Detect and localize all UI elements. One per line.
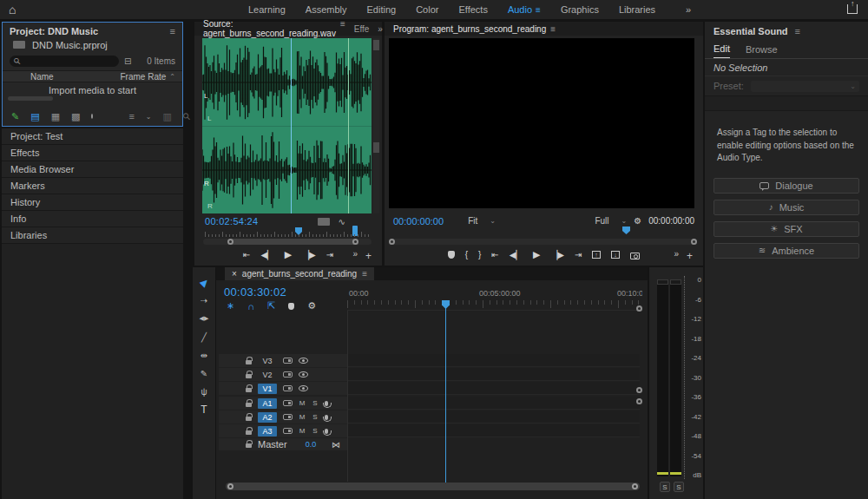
- program-ruler-playhead-marker[interactable]: [622, 227, 630, 234]
- nest-toggle-icon[interactable]: ∗: [227, 300, 234, 312]
- source-panel-menu-icon[interactable]: ≡: [340, 19, 345, 38]
- panel-tab-project-test[interactable]: Project: Test: [2, 128, 183, 145]
- track-lane-v3[interactable]: [348, 354, 640, 367]
- source-tabs-overflow-icon[interactable]: »: [378, 24, 383, 34]
- go-to-out-icon[interactable]: ⇥: [575, 250, 582, 259]
- sync-lock-icon[interactable]: [283, 385, 293, 391]
- project-writable-icon[interactable]: ✎: [11, 111, 19, 122]
- source-button-editor-icon[interactable]: +: [365, 250, 372, 262]
- sync-lock-icon[interactable]: [283, 400, 293, 406]
- sort-chevron-icon[interactable]: ⌄: [146, 113, 152, 121]
- sort-icons-icon[interactable]: ≡: [128, 111, 134, 121]
- timeline-playhead-line[interactable]: [445, 300, 446, 484]
- hand-tool[interactable]: ψ: [196, 385, 212, 397]
- go-to-out-icon[interactable]: ⇥: [326, 250, 333, 259]
- track-lane-v1[interactable]: [348, 382, 640, 395]
- ripple-edit-tool[interactable]: ◀▶: [196, 312, 212, 325]
- program-button-editor-icon[interactable]: +: [687, 250, 693, 262]
- zoom-level-select[interactable]: Fit⌄: [468, 216, 496, 226]
- panel-tab-libraries[interactable]: Libraries: [2, 227, 183, 244]
- program-transport-overflow-icon[interactable]: »: [674, 249, 679, 259]
- column-header-frame-rate[interactable]: Frame Rate: [121, 72, 167, 82]
- extract-icon[interactable]: [611, 251, 620, 259]
- source-transport-overflow-icon[interactable]: »: [352, 249, 358, 259]
- track-lock-icon[interactable]: [246, 430, 252, 435]
- tab-browse[interactable]: Browse: [746, 44, 778, 58]
- master-pan-icon[interactable]: ⋈: [332, 440, 340, 450]
- timeline-horizontal-scrollbar[interactable]: [226, 483, 640, 490]
- track-target-v1[interactable]: V1: [258, 384, 277, 394]
- snap-icon[interactable]: ∩: [247, 301, 254, 312]
- home-icon[interactable]: ⌂: [9, 3, 16, 16]
- track-lane-v2[interactable]: [348, 368, 640, 381]
- timeline-timecode[interactable]: 00:03:30:02: [224, 286, 286, 299]
- add-marker-icon[interactable]: [288, 303, 294, 310]
- source-playhead-line[interactable]: [291, 38, 292, 213]
- mark-out-icon[interactable]: }: [478, 250, 481, 259]
- step-forward-icon[interactable]: ▕▶: [551, 250, 564, 259]
- essential-sound-menu-icon[interactable]: ≡: [795, 26, 800, 36]
- panel-tab-info[interactable]: Info: [2, 211, 183, 227]
- step-forward-icon[interactable]: ▕▶: [302, 250, 315, 259]
- icon-view-icon[interactable]: ▦: [51, 111, 60, 122]
- effects-panel-tab[interactable]: Effe: [354, 24, 370, 34]
- find-icon[interactable]: ⚲: [181, 110, 194, 123]
- toggle-track-output-icon[interactable]: [299, 358, 308, 364]
- preset-select[interactable]: ⌄: [751, 81, 859, 92]
- playback-resolution-select[interactable]: Full⌄: [595, 216, 627, 226]
- filter-bin-icon[interactable]: ⊟: [124, 56, 131, 66]
- tag-sfx-button[interactable]: ☀ SFX: [713, 221, 859, 237]
- razor-tool[interactable]: ╱: [196, 331, 212, 343]
- mute-track-button[interactable]: M: [299, 427, 306, 435]
- program-timecode[interactable]: 00:00:00:00: [393, 216, 444, 227]
- program-panel-menu-icon[interactable]: ≡: [550, 24, 556, 34]
- mark-in-icon[interactable]: {: [465, 250, 468, 259]
- sync-lock-icon[interactable]: [283, 414, 293, 420]
- panel-tab-history[interactable]: History: [2, 194, 183, 211]
- solo-track-button[interactable]: S: [312, 413, 319, 421]
- audio-scroll-handle[interactable]: [636, 398, 642, 404]
- program-horizontal-scrollbar[interactable]: [389, 239, 697, 245]
- track-target-a3[interactable]: A3: [258, 426, 277, 437]
- track-lane-a2[interactable]: [348, 410, 640, 423]
- source-horizontal-scrollbar[interactable]: [203, 239, 372, 245]
- workspace-tab-assembly[interactable]: Assembly: [306, 4, 347, 15]
- track-target-a2[interactable]: A2: [258, 412, 277, 423]
- linked-selection-icon[interactable]: ⇱: [267, 300, 275, 312]
- panel-tab-media-browser[interactable]: Media Browser: [2, 161, 183, 178]
- type-tool[interactable]: T: [196, 404, 212, 416]
- workspace-overflow-icon[interactable]: »: [686, 4, 691, 15]
- track-target-v3[interactable]: V3: [258, 356, 277, 366]
- timeline-panel-menu-icon[interactable]: ≡: [362, 269, 367, 279]
- sync-lock-icon[interactable]: [283, 428, 293, 434]
- sort-chevron-up-icon[interactable]: ⌃: [169, 73, 175, 81]
- track-target-v2[interactable]: V2: [258, 370, 277, 380]
- freeform-view-icon[interactable]: ▩: [71, 111, 80, 122]
- master-pan-value[interactable]: 0.0: [306, 440, 317, 449]
- close-icon[interactable]: ×: [232, 269, 237, 279]
- zoom-slider-knob[interactable]: [91, 114, 93, 119]
- timeline-settings-icon[interactable]: ⚙: [307, 300, 316, 312]
- track-lock-icon[interactable]: [246, 360, 252, 364]
- track-target-a1[interactable]: A1: [258, 398, 277, 409]
- panel-tab-effects[interactable]: Effects: [2, 145, 183, 161]
- workspace-tab-audio[interactable]: Audio≡: [508, 4, 541, 15]
- voiceover-record-icon[interactable]: [325, 415, 328, 420]
- source-mini-ruler[interactable]: [205, 229, 372, 237]
- workspace-tab-color[interactable]: Color: [416, 4, 438, 15]
- list-view-icon[interactable]: ▤: [30, 111, 39, 122]
- tab-edit[interactable]: Edit: [713, 43, 730, 58]
- track-lock-icon[interactable]: [246, 374, 252, 378]
- meter-solo-right-button[interactable]: S: [674, 482, 684, 492]
- toggle-track-output-icon[interactable]: [299, 385, 308, 391]
- video-scroll-handle-bottom[interactable]: [636, 387, 642, 393]
- workspace-tab-effects[interactable]: Effects: [458, 4, 487, 15]
- column-header-name[interactable]: Name: [30, 72, 54, 82]
- drag-audio-only-icon[interactable]: ∿: [339, 217, 345, 227]
- go-to-in-icon[interactable]: ⇤: [491, 250, 498, 259]
- track-lock-icon[interactable]: [246, 388, 252, 392]
- track-lock-icon[interactable]: [246, 443, 252, 448]
- track-lane-a3[interactable]: [348, 424, 640, 437]
- voiceover-record-icon[interactable]: [325, 401, 328, 406]
- track-lane-a1[interactable]: [348, 397, 640, 410]
